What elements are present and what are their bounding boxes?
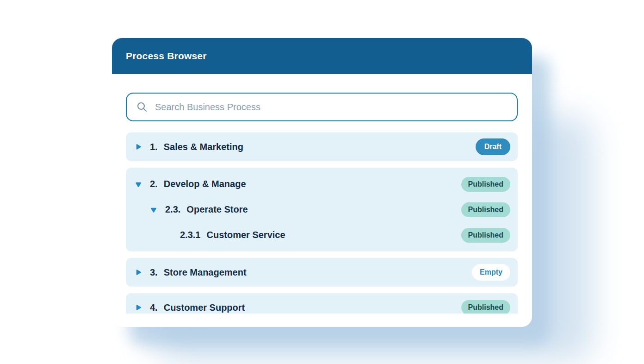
status-badge: Published bbox=[461, 228, 510, 243]
tree-expand-icon[interactable] bbox=[135, 304, 142, 311]
panel-body: 1. Sales & Marketing Draft 2. Develop & … bbox=[112, 74, 532, 314]
status-badge: Published bbox=[461, 202, 510, 217]
process-name: Customer Support bbox=[164, 302, 245, 313]
search-box[interactable] bbox=[126, 93, 518, 121]
process-number: 2.3.1 bbox=[180, 230, 200, 240]
page-title: Process Browser bbox=[126, 50, 207, 62]
process-number: 2. bbox=[150, 179, 158, 189]
process-number: 1. bbox=[150, 142, 158, 152]
process-name: Develop & Manage bbox=[164, 179, 246, 189]
process-browser-panel: Process Browser 1. Sales & Marketing Dra… bbox=[112, 38, 532, 327]
status-badge: Empty bbox=[472, 264, 510, 281]
page: Process Browser 1. Sales & Marketing Dra… bbox=[0, 0, 644, 364]
process-number: 3. bbox=[150, 267, 158, 278]
process-number: 2.3. bbox=[165, 204, 180, 215]
process-name: Operate Store bbox=[186, 204, 248, 215]
process-name: Sales & Marketing bbox=[164, 142, 243, 152]
process-name: Store Management bbox=[164, 267, 247, 278]
process-row[interactable]: 2.3. Operate Store Published bbox=[126, 197, 518, 222]
tree-expand-icon[interactable] bbox=[135, 269, 142, 276]
process-row[interactable]: 2. Develop & Manage Published bbox=[126, 171, 518, 197]
process-row[interactable]: 2.3.1 Customer Service Published bbox=[126, 222, 518, 248]
process-card: 1. Sales & Marketing Draft bbox=[126, 132, 518, 161]
tree-expand-icon[interactable] bbox=[135, 144, 142, 150]
process-card: 3. Store Management Empty bbox=[126, 258, 518, 287]
search-icon bbox=[136, 101, 148, 113]
process-row[interactable]: 1. Sales & Marketing Draft bbox=[126, 132, 518, 161]
process-name: Customer Service bbox=[206, 230, 285, 240]
process-card: 2. Develop & Manage Published 2.3. Opera… bbox=[126, 168, 518, 251]
process-row[interactable]: 3. Store Management Empty bbox=[126, 258, 518, 287]
status-badge: Published bbox=[461, 177, 510, 192]
process-number: 4. bbox=[150, 302, 158, 313]
tree-expand-icon[interactable] bbox=[150, 207, 157, 213]
status-badge: Draft bbox=[476, 138, 510, 155]
status-badge: Published bbox=[461, 300, 510, 314]
search-input[interactable] bbox=[155, 102, 508, 113]
panel-header: Process Browser bbox=[112, 38, 532, 74]
tree-expand-icon[interactable] bbox=[135, 181, 142, 188]
process-card: 4. Customer Support Published bbox=[126, 293, 518, 314]
process-row[interactable]: 4. Customer Support Published bbox=[126, 293, 518, 314]
process-list: 1. Sales & Marketing Draft 2. Develop & … bbox=[126, 132, 518, 314]
